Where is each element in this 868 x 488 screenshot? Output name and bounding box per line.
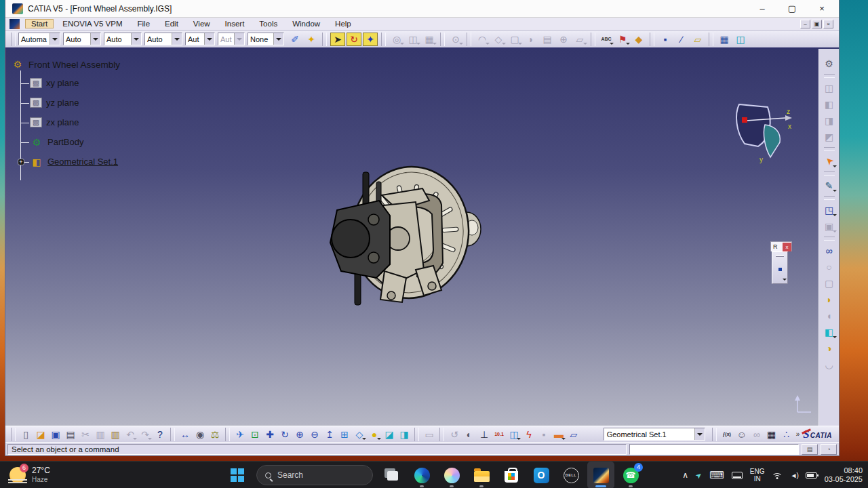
what-is-this-icon[interactable]: ? [153, 427, 167, 442]
painter-icon[interactable]: ✐ [287, 31, 303, 47]
wifi-icon[interactable] [772, 471, 783, 479]
volume-icon[interactable]: ◫ [507, 427, 521, 442]
weather-widget[interactable]: 6 27°C Haze [3, 462, 57, 488]
task-view-button[interactable] [378, 462, 406, 488]
knowledge-bolt-icon[interactable]: ϟ [521, 427, 536, 442]
sew-surface-icon[interactable]: ◳ [821, 202, 837, 218]
tree-expander-icon[interactable]: + [18, 159, 24, 165]
iso-cube-icon[interactable]: ◧ [821, 324, 837, 340]
text-annotation-icon[interactable]: ABC [598, 31, 614, 47]
battery-icon[interactable] [806, 472, 817, 479]
copilot-app[interactable] [438, 462, 465, 488]
volume-icon[interactable]: ◄) [790, 472, 797, 479]
3d-viewport[interactable]: ⚙Front Wheel Assembly▩xy plane▩yz plane▩… [5, 49, 818, 426]
dropdown-arrow-icon[interactable] [131, 33, 141, 45]
floating-toolbar-close-button[interactable]: x [783, 243, 791, 251]
mdi-restore-button[interactable]: ▣ [812, 20, 822, 28]
point-icon[interactable]: ▪ [657, 31, 673, 47]
measure-icon[interactable]: ↔ [178, 427, 193, 442]
menu-edit[interactable]: Edit [159, 19, 184, 28]
dialog-toggle-button[interactable]: ◔ [821, 444, 837, 455]
transparency-select[interactable]: Aut [185, 33, 215, 45]
wireframe-torus-icon[interactable]: ∞ [821, 243, 837, 259]
mdi-close-button[interactable]: × [823, 20, 833, 28]
open-catalog-icon[interactable]: ➤ [330, 33, 345, 46]
keyboard-icon[interactable]: ⌨ [709, 469, 724, 481]
hide-show-icon[interactable]: ◪ [382, 427, 397, 442]
normal-view-icon[interactable]: ↥ [322, 427, 337, 442]
maximize-button[interactable]: ▢ [782, 2, 802, 16]
print-icon[interactable]: ▤ [63, 427, 78, 442]
dropdown-arrow-icon[interactable] [783, 279, 787, 283]
file-explorer-app[interactable] [468, 462, 495, 488]
pan-icon[interactable]: ✚ [262, 427, 277, 442]
measure-between-icon[interactable]: 10.1 [492, 427, 507, 442]
edge-color-select[interactable]: Auto [63, 33, 101, 45]
save-icon[interactable]: ▣ [48, 427, 63, 442]
line-icon[interactable]: ∕ [673, 31, 690, 47]
touchpad-icon[interactable] [732, 472, 743, 479]
fit-all-in-icon[interactable]: ⊡ [248, 427, 262, 442]
fly-mode-icon[interactable]: ✈ [233, 427, 248, 442]
formula-fx-icon[interactable]: ƒ(x) [719, 427, 734, 442]
dropdown-arrow-icon[interactable] [234, 33, 244, 45]
weight-icon[interactable]: ⚖ [208, 427, 222, 442]
menu-tools[interactable]: Tools [253, 19, 283, 28]
menu-insert[interactable]: Insert [219, 19, 251, 28]
outlook-app[interactable]: O [528, 462, 555, 488]
whatsapp-app[interactable]: ☎4 [617, 462, 644, 488]
in-work-object-select[interactable]: Geometrical Set.1 [604, 428, 705, 441]
dropdown-arrow-icon[interactable] [90, 33, 100, 45]
wizard-icon[interactable]: ✦ [303, 31, 319, 47]
menu-window[interactable]: Window [286, 19, 326, 28]
zoom-out-icon[interactable]: ⊖ [307, 427, 322, 442]
zoom-in-icon[interactable]: ⊕ [292, 427, 307, 442]
menu-start[interactable]: Start [25, 19, 54, 28]
tree-item[interactable]: +◧Geometrical Set.1 [11, 152, 120, 171]
product-structure-icon[interactable]: ∴ [779, 427, 794, 442]
flag-note-icon[interactable]: ⚑ [614, 31, 631, 47]
clock[interactable]: 08:40 03-05-2025 [825, 466, 863, 484]
tray-chevron-icon[interactable]: ∧ [682, 470, 688, 480]
dropdown-arrow-icon[interactable] [204, 33, 214, 45]
menu-view[interactable]: View [187, 19, 216, 28]
render-style-select[interactable]: None [248, 33, 284, 45]
comment-icon[interactable]: ☺ [734, 427, 749, 442]
combo-dropdown-button[interactable] [694, 428, 705, 440]
manipulation-icon[interactable]: ◐ [462, 427, 477, 442]
render-camera-icon[interactable]: ◉ [193, 427, 208, 442]
work-plane-icon[interactable]: ▱ [566, 427, 581, 442]
tree-item[interactable]: ▩yz plane [11, 93, 120, 113]
catalog-browse-icon[interactable]: ✦ [363, 33, 378, 46]
shading-icon[interactable]: ● [367, 427, 382, 442]
mini-orange-icon[interactable]: ▬ [551, 427, 566, 442]
catia-app[interactable] [587, 462, 614, 488]
view-compass[interactable]: z x y [730, 99, 797, 164]
dell-app[interactable]: DELL [557, 462, 585, 488]
mdi-minimize-button[interactable]: – [800, 20, 810, 28]
open-icon[interactable]: ◪ [33, 427, 48, 442]
fill-color-select[interactable]: Automa [18, 33, 60, 45]
sketcher-icon[interactable]: ✎ [821, 178, 837, 194]
tool-dot-icon[interactable] [778, 268, 782, 271]
tree-root-item[interactable]: ⚙Front Wheel Assembly [11, 56, 120, 73]
power-input-expand-button[interactable]: ▤ [802, 444, 818, 455]
applied-material-icon[interactable]: ◆ [631, 31, 647, 47]
swap-space-icon[interactable]: ◨ [397, 427, 412, 442]
toolbar-overflow-icon[interactable]: » [796, 430, 800, 438]
toolbar-grip[interactable] [776, 255, 784, 257]
fill-surface-icon[interactable]: ◑ [821, 340, 837, 357]
power-input[interactable] [629, 444, 799, 455]
menu-help[interactable]: Help [329, 19, 357, 28]
design-table-icon[interactable]: ▦ [716, 31, 732, 47]
plane-icon[interactable]: ▱ [690, 31, 706, 47]
start-button[interactable] [224, 462, 251, 488]
new-document-icon[interactable]: ▯ [18, 427, 33, 442]
sweep-icon[interactable]: ◗ [821, 291, 837, 308]
tree-item[interactable]: ▩xy plane [11, 73, 120, 93]
rotate-icon[interactable]: ↻ [277, 427, 292, 442]
paste-icon[interactable]: ▥ [108, 427, 123, 442]
dropdown-arrow-icon[interactable] [172, 33, 182, 45]
location-icon[interactable]: ➤ [694, 470, 704, 481]
store-app[interactable] [498, 462, 525, 488]
